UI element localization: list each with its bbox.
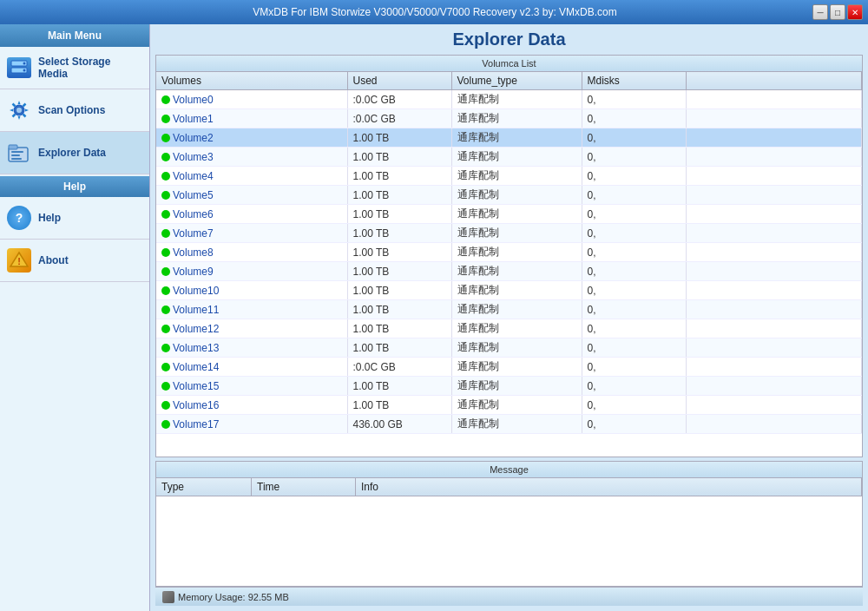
msg-col-info-header: Info [356,478,862,496]
message-header: Message [156,462,862,478]
title-bar-buttons: ─ □ ✕ [812,4,863,20]
sidebar: Main Menu Select Storage Media [0,24,150,611]
table-row[interactable]: Volume111.00 TB通库配制0, [156,300,862,319]
main-container: Main Menu Select Storage Media [0,24,868,611]
explorer-icon [7,141,31,165]
table-row[interactable]: Volume17436.00 GB通库配制0, [156,415,862,434]
scan-options-label: Scan Options [38,104,105,116]
table-row[interactable]: Volume131.00 TB通库配制0, [156,338,862,358]
col-used: Used [347,72,451,90]
message-section: Message Type Time Info [155,461,863,587]
table-row[interactable]: Volume14:0.0C GB通库配制0, [156,358,862,377]
svg-point-6 [16,108,22,113]
svg-point-2 [23,62,26,65]
col-type: Volume_type [451,72,582,90]
sidebar-item-about[interactable]: ! About [0,240,149,282]
table-row[interactable]: Volume1:0.0C GB通库配制0, [156,109,862,128]
svg-text:!: ! [17,256,21,266]
title-bar-text: VMxDB For IBM Storwize V3000/V5000/V7000… [57,6,812,18]
table-row[interactable]: Volume91.00 TB通库配制0, [156,262,862,281]
svg-rect-10 [11,154,20,156]
status-text: Memory Usage: 92.55 MB [178,592,289,602]
table-row[interactable]: Volume151.00 TB通库配制0, [156,377,862,396]
volumes-table-header-row: Volumes Used Volume_type Mdisks [156,72,862,90]
table-row[interactable]: Volume81.00 TB通库配制0, [156,243,862,262]
explorer-data-label: Explorer Data [38,147,106,159]
table-row[interactable]: Volume0:0.0C GB通库配制0, [156,90,862,109]
table-row[interactable]: Volume61.00 TB通库配制0, [156,205,862,224]
volumes-table-section: Volumca List Volumes Used Volume_type Md… [155,55,863,457]
volumes-list-header: Volumca List [156,56,862,72]
gear-icon [7,98,31,122]
table-row[interactable]: Volume101.00 TB通库配制0, [156,281,862,300]
select-storage-label: Select Storage Media [38,56,142,80]
sidebar-item-scan-options[interactable]: Scan Options [0,89,149,132]
volumes-table-scroll[interactable]: Volumes Used Volume_type Mdisks Volume0:… [156,72,862,457]
svg-rect-11 [11,158,22,160]
table-row[interactable]: Volume71.00 TB通库配制0, [156,224,862,243]
about-label: About [38,254,69,266]
table-row[interactable]: Volume121.00 TB通库配制0, [156,319,862,338]
col-extra [686,72,862,90]
msg-col-time-header: Time [252,478,356,496]
help-section-header: Help [0,176,149,197]
volumes-table: Volumes Used Volume_type Mdisks Volume0:… [156,72,862,434]
message-table-header: Type Time Info [156,478,862,496]
col-mdisks: Mdisks [582,72,686,90]
table-row[interactable]: Volume31.00 TB通库配制0, [156,148,862,167]
page-title: Explorer Data [155,30,863,49]
sidebar-item-explorer-data[interactable]: Explorer Data [0,132,149,174]
main-menu-header: Main Menu [0,24,149,47]
maximize-button[interactable]: □ [830,4,845,20]
message-content [156,496,862,586]
status-icon [162,591,174,603]
storage-icon [7,57,31,78]
content-area: Explorer Data Volumca List Volumes Used … [150,24,868,611]
status-bar: Memory Usage: 92.55 MB [155,587,863,606]
table-row[interactable]: Volume41.00 TB通库配制0, [156,167,862,186]
help-label: Help [38,212,61,224]
minimize-button[interactable]: ─ [812,4,828,20]
sidebar-item-select-storage[interactable]: Select Storage Media [0,47,149,89]
title-bar: VMxDB For IBM Storwize V3000/V5000/V7000… [0,0,868,24]
sidebar-item-help[interactable]: ? Help [0,197,149,240]
table-row[interactable]: Volume21.00 TB通库配制0, [156,128,862,148]
table-row[interactable]: Volume51.00 TB通库配制0, [156,186,862,205]
help-icon: ? [7,206,31,230]
svg-rect-8 [9,145,17,149]
close-button[interactable]: ✕ [847,4,863,20]
msg-col-type-header: Type [156,478,252,496]
about-icon: ! [7,248,31,273]
table-row[interactable]: Volume161.00 TB通库配制0, [156,396,862,415]
col-volumes: Volumes [156,72,347,90]
svg-point-3 [23,69,26,72]
svg-rect-9 [11,151,23,153]
